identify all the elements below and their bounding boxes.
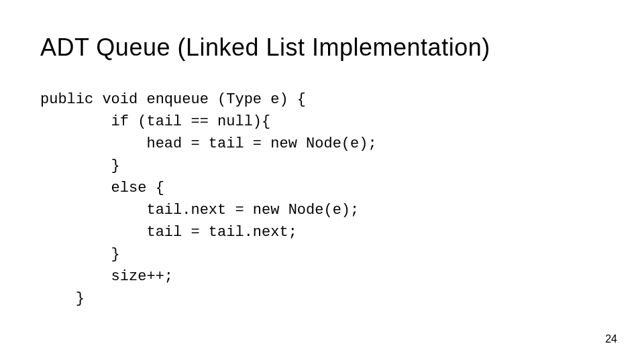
slide-container: ADT Queue (Linked List Implementation) p… — [0, 0, 644, 362]
code-block: public void enqueue (Type e) { if (tail … — [40, 88, 604, 310]
slide-title: ADT Queue (Linked List Implementation) — [40, 34, 604, 62]
page-number: 24 — [605, 333, 617, 345]
